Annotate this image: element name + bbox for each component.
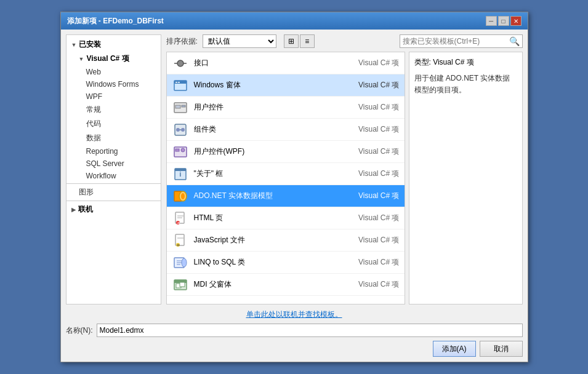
item-icon-usercontrol [172,99,189,116]
item-type: Visual C# 项 [326,235,400,245]
sidebar-item-data[interactable]: 数据 [66,131,161,145]
title-bar: 添加新项 - EFDemo_DBFirst ─ □ ✕ [61,12,528,30]
title-bar-buttons: ─ □ ✕ [486,16,522,26]
svg-rect-40 [180,282,185,287]
item-icon-adonet [172,188,189,205]
item-type: Visual C# 项 [326,124,400,135]
add-button[interactable]: 添加(A) [433,341,476,357]
grid-view-button[interactable]: ⊞ [284,34,299,48]
main-dialog: 添加新项 - EFDemo_DBFirst ─ □ ✕ ▼ 已安装 ▼ Visu… [60,12,528,362]
csharp-label: Visual C# 项 [86,54,129,64]
item-type: Visual C# 项 [326,213,400,223]
item-name: ADO.NET 实体数据模型 [194,191,326,201]
item-type: Visual C# 项 [326,191,400,201]
item-row[interactable]: 接口 Visual C# 项 [167,52,405,74]
svg-rect-6 [178,82,180,83]
svg-rect-9 [182,105,185,107]
item-name: JavaScript 文件 [194,235,326,245]
item-row-selected[interactable]: ADO.NET 实体数据模型 Visual C# 项 [167,185,405,207]
sidebar-item-graphics[interactable]: 图形 [66,185,161,199]
item-row[interactable]: Windows 窗体 Visual C# 项 [167,74,405,97]
online-link-anchor[interactable]: 单击此处以联机并查找模板。 [246,310,342,319]
search-icon[interactable]: 🔍 [509,36,520,46]
info-type-label: 类型: Visual C# 项 [414,57,517,68]
item-icon-about: i [172,165,189,183]
svg-rect-15 [175,149,179,151]
item-row[interactable]: LINQ to SQL 类 Visual C# 项 [167,252,405,274]
svg-point-33 [182,258,187,267]
item-name: HTML 页 [194,213,326,223]
svg-text:JS: JS [177,221,180,224]
item-icon-component [172,121,189,138]
svg-point-0 [177,60,183,66]
sidebar-item-sqlserver[interactable]: SQL Server [66,157,161,170]
dialog-body: ▼ 已安装 ▼ Visual C# 项 Web Windows Forms WP… [61,30,528,309]
name-label: 名称(N): [66,325,93,336]
item-icon-linq [172,254,189,271]
svg-rect-19 [175,169,186,171]
maximize-button[interactable]: □ [498,16,509,26]
svg-point-16 [181,148,185,152]
item-icon-wpf-usercontrol [172,143,189,161]
view-buttons: ⊞ ≡ [284,34,315,48]
svg-text:i: i [179,171,181,178]
sidebar-item-workflow[interactable]: Workflow [66,170,161,182]
sidebar-installed-header[interactable]: ▼ 已安装 [66,38,161,52]
installed-arrow-icon: ▼ [71,42,77,48]
list-view-button[interactable]: ≡ [300,34,315,48]
right-panel: 类型: Visual C# 项 用于创建 ADO.NET 实体数据模型的项目项。 [409,52,523,304]
item-type: Visual C# 项 [326,169,400,179]
item-icon-js: JS [172,232,189,249]
svg-point-22 [181,193,185,199]
item-icon-mdi [172,276,189,293]
sidebar-item-wpf[interactable]: WPF [66,90,161,103]
sidebar-item-code[interactable]: 代码 [66,117,161,131]
svg-point-11 [176,128,180,132]
svg-text:JS: JS [177,244,180,246]
sort-label: 排序依据: [166,36,198,47]
item-type: Visual C# 项 [326,58,400,68]
cancel-button[interactable]: 取消 [480,341,523,357]
item-name: Windows 窗体 [194,80,326,90]
network-label: 联机 [78,204,93,215]
item-icon-interface [172,55,189,72]
info-description: 用于创建 ADO.NET 实体数据模型的项目项。 [414,73,517,96]
sidebar-csharp-header[interactable]: ▼ Visual C# 项 [66,52,161,66]
svg-rect-5 [175,82,177,83]
search-box: 🔍 [400,34,523,48]
bottom-area: 单击此处以联机并查找模板。 名称(N): 添加(A) 取消 [61,309,528,362]
search-input[interactable] [403,37,509,46]
sidebar: ▼ 已安装 ▼ Visual C# 项 Web Windows Forms WP… [66,34,161,304]
item-row[interactable]: 用户控件 Visual C# 项 [167,97,405,119]
csharp-arrow-icon: ▼ [79,56,84,62]
item-row[interactable]: i "关于" 框 Visual C# 项 [167,163,405,185]
sidebar-network-header[interactable]: ▶ 联机 [66,202,161,217]
sidebar-item-winforms[interactable]: Windows Forms [66,78,161,90]
item-name: 用户控件 [194,102,326,113]
buttons-row: 添加(A) 取消 [66,341,523,357]
item-row[interactable]: JS JavaScript 文件 Visual C# 项 [167,229,405,252]
item-icon-html: JS [172,210,189,227]
sort-select[interactable]: 默认值 名称 类型 [203,34,276,48]
item-type: Visual C# 项 [326,102,400,113]
item-name: 组件类 [194,124,326,135]
network-arrow-icon: ▶ [71,207,76,213]
item-type: Visual C# 项 [326,279,400,290]
sidebar-item-reporting[interactable]: Reporting [66,145,161,157]
main-area: 排序依据: 默认值 名称 类型 ⊞ ≡ 🔍 [166,34,523,304]
item-name: "关于" 框 [194,169,326,179]
item-name: MDI 父窗体 [194,279,326,290]
close-button[interactable]: ✕ [510,16,522,26]
item-row[interactable]: JS HTML 页 Visual C# 项 [167,207,405,229]
svg-point-12 [181,128,185,132]
item-row[interactable]: 组件类 Visual C# 项 [167,119,405,141]
item-row[interactable]: 用户控件(WPF) Visual C# 项 [167,141,405,163]
sidebar-item-general[interactable]: 常规 [66,103,161,117]
sidebar-item-web[interactable]: Web [66,66,161,78]
item-name: 用户控件(WPF) [194,146,326,157]
item-type: Visual C# 项 [326,146,400,157]
items-list: 接口 Visual C# 项 Wind [166,52,405,304]
item-row[interactable]: MDI 父窗体 Visual C# 项 [167,274,405,296]
name-input[interactable] [97,324,523,337]
minimize-button[interactable]: ─ [486,16,497,26]
